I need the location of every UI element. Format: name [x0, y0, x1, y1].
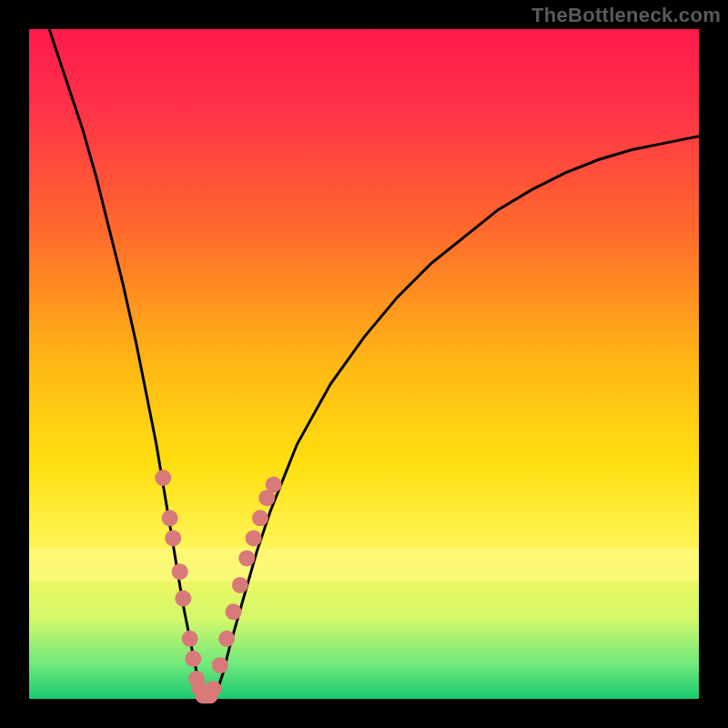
data-point	[205, 681, 221, 697]
data-point	[212, 657, 228, 673]
data-point	[226, 603, 242, 620]
highlight-band	[29, 548, 699, 581]
data-point	[232, 577, 248, 593]
data-point	[266, 477, 282, 493]
plot-area	[29, 29, 699, 699]
data-point	[175, 591, 191, 607]
watermark-text: TheBottleneck.com	[531, 4, 721, 27]
bottleneck-curve-svg	[0, 0, 728, 728]
data-point	[252, 510, 268, 526]
data-point	[155, 470, 171, 486]
data-point	[162, 510, 178, 526]
data-point	[238, 550, 255, 566]
data-point	[182, 631, 198, 647]
chart-container: TheBottleneck.com	[0, 0, 728, 728]
data-point	[185, 651, 201, 667]
data-point	[246, 530, 262, 546]
data-point	[165, 530, 181, 546]
data-point	[218, 631, 235, 647]
data-point	[172, 563, 188, 580]
